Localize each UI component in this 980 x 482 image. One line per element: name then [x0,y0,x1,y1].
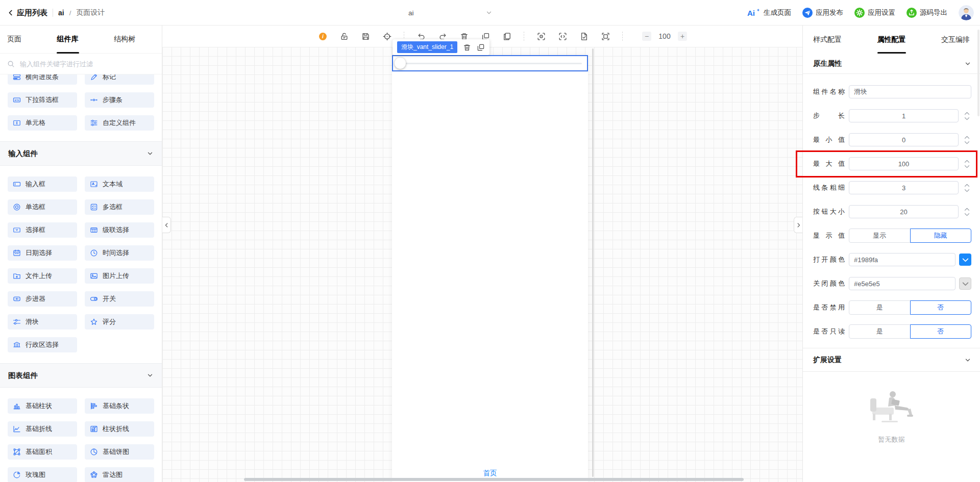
component-item-文本域[interactable]: 文本域 [85,176,154,192]
zoom-in-button[interactable]: + [678,32,687,41]
sidebar-tab-组件库[interactable]: 组件库 [57,26,79,54]
user-avatar[interactable] [959,5,974,20]
page-selector[interactable]: ai [408,0,493,26]
component-item-label: 日期选择 [26,248,52,258]
validate-button[interactable] [579,32,589,41]
max-value-input[interactable]: 100 [849,157,959,170]
component-item-评分[interactable]: 评分 [85,314,154,329]
component-item-滑块[interactable]: 滑块 [8,314,77,329]
component-item-基础柱状[interactable]: 基础柱状 [8,398,77,414]
component-item-多选框[interactable]: 多选框 [85,199,154,215]
panel-tab-交互编排[interactable]: 交互编排 [941,26,970,54]
step-stepper[interactable] [962,112,971,120]
sidebar-tab-结构树[interactable]: 结构树 [114,26,135,54]
component-item-输入框[interactable]: 输入框 [8,176,77,192]
preview-button[interactable] [536,32,546,41]
readonly-option-是[interactable]: 是 [849,324,911,339]
component-item-下拉筛选框[interactable]: BTN下拉筛选框 [8,92,77,108]
min-value-input[interactable]: 0 [849,133,959,146]
search-input[interactable] [19,60,155,68]
button-size-input[interactable]: 20 [849,205,959,218]
panel-scrollbar[interactable] [977,30,979,116]
component-item-基础面积[interactable]: 基础面积 [8,444,77,460]
source-export-button[interactable]: 源码导出 [906,8,947,18]
collapse-panel-button[interactable] [794,217,802,233]
disabled-option-是[interactable]: 是 [849,300,911,315]
button-size-stepper[interactable] [962,208,971,216]
component-item-单选框[interactable]: 单选框 [8,199,77,215]
readonly-option-否[interactable]: 否 [910,324,972,339]
max-value-stepper[interactable] [962,160,971,168]
selected-component-tag: 滑块_vant_slider_1 [397,41,457,53]
active-color-swatch[interactable] [959,253,971,266]
show-value-option-显示[interactable]: 显示 [849,229,911,243]
component-item-行政区选择[interactable]: 行政区选择 [8,337,77,352]
collapse-sidebar-button[interactable] [162,217,171,233]
component-item-雷达图[interactable]: 雷达图 [85,467,154,482]
component-item-自定义组件[interactable]: 自定义组件 [85,115,154,131]
component-item-单元格[interactable]: 单元格 [8,115,77,131]
step-input[interactable]: 1 [849,109,959,122]
slider-handle[interactable] [395,58,406,69]
component-item-玫瑰图[interactable]: 玫瑰图 [8,467,77,482]
component-item-柱状折线[interactable]: 柱状折线 [85,421,154,437]
component-item-横向进度条[interactable]: 横向进度条 [8,74,77,85]
active-color-input[interactable]: #1989fa [849,253,955,266]
back-button[interactable]: 应用列表 [7,8,47,18]
app-settings-button[interactable]: 应用设置 [854,8,895,18]
section-header-输入组件[interactable]: 输入组件 [0,141,162,166]
delete-component-button[interactable] [463,43,471,52]
native-props-header[interactable]: 原生属性 [803,54,980,74]
component-item-文件上传[interactable]: 文件上传 [8,268,77,284]
sidebar-tabs: 页面组件库结构树 [0,26,162,54]
line-width-stepper[interactable] [962,184,971,192]
min-value-stepper[interactable] [962,136,971,144]
sidebar-tab-页面[interactable]: 页面 [7,26,21,54]
unlock-button[interactable] [339,32,349,41]
line-width-input[interactable]: 3 [849,181,959,194]
section-header-图表组件[interactable]: 图表组件 [0,363,162,388]
field-active-color: 打开颜色#1989fa [813,253,971,266]
component-item-图片上传[interactable]: 图片上传 [85,268,154,284]
paste-button[interactable] [502,32,511,41]
code-view-button[interactable] [558,32,567,41]
save-button[interactable] [361,32,370,41]
image-upload-icon [90,272,98,280]
app-publish-button[interactable]: 应用发布 [802,8,843,18]
component-item-选择框[interactable]: 选择框 [8,222,77,238]
ext-settings-header[interactable]: 扩展设置 [803,348,980,372]
disabled-option-否[interactable]: 否 [910,300,972,315]
inactive-color-swatch[interactable] [959,277,971,290]
component-item-日期选择[interactable]: 日期选择 [8,245,77,261]
component-item-时间选择[interactable]: 时间选择 [85,245,154,261]
selected-slider-component[interactable] [392,55,588,71]
stepper-up-icon [964,208,970,211]
chevron-right-icon [796,222,801,228]
component-item-步骤条[interactable]: 步骤条 [85,92,154,108]
inactive-color-input[interactable]: #e5e5e5 [849,277,955,290]
component-item-基础条状[interactable]: 基础条状 [85,398,154,414]
phone-canvas[interactable]: 首页 [392,55,588,482]
copy-component-button[interactable] [477,43,485,52]
generate-page-button[interactable]: Ai生成页面 [747,8,791,18]
panel-tab-样式配置[interactable]: 样式配置 [813,26,842,54]
app-header: 应用列表 ai / 页面设计 ai Ai生成页面应用发布应用设置源码导出 [0,0,980,26]
component-item-开关[interactable]: 开关 [85,291,154,307]
locate-button[interactable] [382,32,391,41]
show-value-option-隐藏[interactable]: 隐藏 [910,229,972,243]
dropdown-filter-icon: BTN [13,96,21,104]
horizontal-scrollbar[interactable] [244,478,744,481]
info-button[interactable]: i [318,32,327,41]
component-item-基础饼图[interactable]: 基础饼图 [85,444,154,460]
component-name-input[interactable]: 滑块 [849,85,971,98]
component-item-级联选择[interactable]: 级联选择 [85,222,154,238]
frame-button[interactable] [601,32,610,41]
tab-home[interactable]: 首页 [483,469,497,478]
component-item-步进器[interactable]: 步进器 [8,291,77,307]
vertical-scrollbar[interactable] [592,48,594,477]
zoom-out-button[interactable]: − [642,32,651,41]
component-item-标记[interactable]: 标记 [85,74,154,85]
component-item-基础折线[interactable]: 基础折线 [8,421,77,437]
panel-tab-属性配置[interactable]: 属性配置 [877,26,906,54]
breadcrumb-app[interactable]: ai [58,9,64,17]
